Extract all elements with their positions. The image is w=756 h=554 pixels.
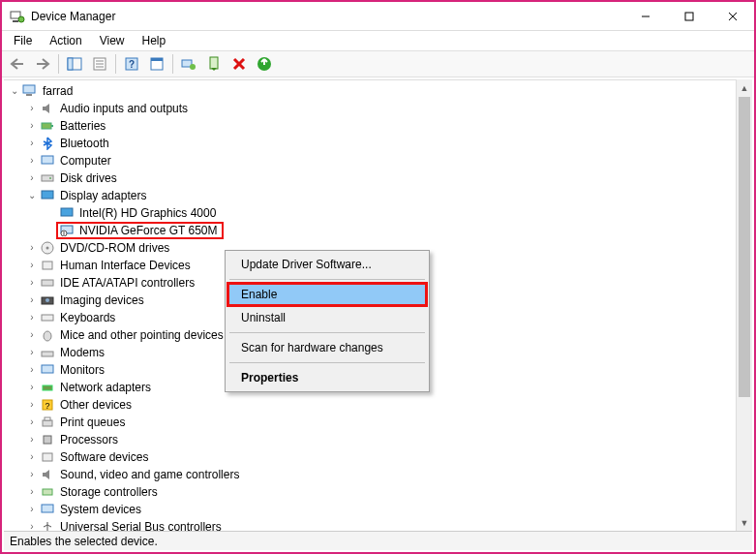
svg-point-2: [18, 16, 24, 22]
svg-rect-42: [42, 352, 53, 356]
properties-button[interactable]: [88, 52, 111, 76]
menu-file[interactable]: File: [6, 32, 40, 49]
menubar: File Action View Help: [2, 31, 754, 50]
svg-point-18: [190, 64, 196, 70]
svg-text:?: ?: [45, 401, 49, 411]
maximize-button[interactable]: [667, 2, 711, 30]
tree-item-software[interactable]: › Software devices: [4, 448, 752, 466]
scroll-up-button[interactable]: ▲: [737, 79, 752, 96]
collapse-icon[interactable]: ⌄: [25, 187, 39, 204]
tree-item-usb[interactable]: › Universal Serial Bus controllers: [4, 518, 752, 531]
menu-view[interactable]: View: [92, 32, 133, 49]
tree-item-processors[interactable]: › Processors: [4, 431, 752, 448]
svg-rect-23: [23, 85, 35, 93]
show-hide-tree-button[interactable]: [63, 52, 86, 76]
expand-icon[interactable]: ›: [25, 431, 39, 448]
titlebar: Device Manager: [2, 2, 754, 31]
svg-rect-36: [43, 262, 52, 269]
root-label: farrad: [41, 82, 75, 100]
forward-button[interactable]: [31, 52, 54, 76]
svg-rect-37: [42, 280, 53, 286]
expand-icon[interactable]: ›: [25, 309, 39, 326]
expand-icon[interactable]: ›: [25, 448, 39, 466]
vertical-scrollbar[interactable]: ▲ ▼: [736, 79, 752, 531]
expand-icon[interactable]: ›: [25, 501, 39, 518]
tree-item-computer[interactable]: › Computer: [4, 152, 752, 169]
tree-root[interactable]: ⌄ farrad: [4, 82, 752, 100]
uninstall-button[interactable]: [227, 52, 251, 76]
usb-icon: [39, 519, 56, 531]
update-driver-button[interactable]: [177, 52, 200, 76]
enable-device-button[interactable]: [202, 52, 226, 76]
tree-item-intel-hd[interactable]: › Intel(R) HD Graphics 4000: [4, 204, 752, 222]
expand-icon[interactable]: ›: [25, 239, 39, 257]
app-icon: [10, 9, 25, 24]
action-button[interactable]: [145, 52, 168, 76]
svg-rect-52: [42, 505, 53, 512]
expand-icon[interactable]: ›: [25, 292, 39, 309]
svg-point-39: [45, 298, 49, 302]
tree-item-bluetooth[interactable]: › Bluetooth: [4, 135, 752, 152]
window-title: Device Manager: [31, 10, 623, 23]
expand-icon[interactable]: ›: [25, 135, 39, 152]
display-adapter-icon: [39, 188, 56, 203]
svg-rect-27: [42, 156, 53, 164]
expand-icon[interactable]: ›: [25, 326, 39, 344]
tree-item-disk-drives[interactable]: › Disk drives: [4, 169, 752, 187]
svg-rect-1: [13, 20, 18, 22]
network-icon: [39, 380, 56, 395]
battery-icon: [39, 118, 56, 134]
expand-icon[interactable]: ›: [25, 466, 39, 483]
expand-icon[interactable]: ›: [25, 117, 39, 135]
sound-icon: [39, 467, 56, 482]
disk-icon: [39, 170, 56, 186]
computer-icon: [21, 83, 39, 99]
hid-icon: [39, 258, 56, 273]
expand-icon[interactable]: ›: [25, 100, 39, 117]
tree-item-batteries[interactable]: › Batteries: [4, 117, 752, 135]
expand-icon[interactable]: ›: [25, 379, 39, 396]
ctx-uninstall[interactable]: Uninstall: [227, 306, 427, 329]
minimize-button[interactable]: [623, 2, 667, 30]
mouse-icon: [39, 327, 56, 343]
expand-icon[interactable]: ›: [25, 361, 39, 379]
statusbar-text: Enables the selected device.: [10, 535, 158, 548]
expand-icon[interactable]: ›: [25, 483, 39, 501]
scroll-down-button[interactable]: ▼: [737, 514, 752, 531]
tree-item-system[interactable]: › System devices: [4, 501, 752, 518]
tree-item-other[interactable]: › ? Other devices: [4, 396, 752, 414]
ctx-enable[interactable]: Enable: [227, 283, 427, 306]
expand-icon[interactable]: ›: [25, 169, 39, 187]
collapse-icon[interactable]: ⌄: [8, 82, 21, 100]
expand-icon[interactable]: ›: [25, 152, 39, 169]
scroll-thumb[interactable]: [739, 97, 750, 397]
tree-item-storage[interactable]: › Storage controllers: [4, 483, 752, 501]
tree-item-audio[interactable]: › Audio inputs and outputs: [4, 100, 752, 117]
expand-icon[interactable]: ›: [25, 344, 39, 361]
tree-item-nvidia[interactable]: › NVIDIA GeForce GT 650M: [4, 222, 752, 239]
menu-help[interactable]: Help: [135, 32, 174, 49]
back-button[interactable]: [6, 52, 29, 76]
tree-item-display-adapters[interactable]: ⌄ Display adapters: [4, 187, 752, 204]
close-button[interactable]: [711, 2, 754, 30]
toolbar: ?: [2, 50, 754, 77]
ctx-properties[interactable]: Properties: [227, 366, 427, 389]
tree-item-sound[interactable]: › Sound, video and game controllers: [4, 466, 752, 483]
ctx-update-driver[interactable]: Update Driver Software...: [227, 253, 427, 276]
tree-item-print-queues[interactable]: › Print queues: [4, 414, 752, 431]
expand-icon[interactable]: ›: [25, 257, 39, 274]
svg-point-35: [46, 247, 49, 250]
ctx-scan[interactable]: Scan for hardware changes: [227, 336, 427, 359]
scan-hardware-button[interactable]: [253, 52, 276, 76]
expand-icon[interactable]: ›: [25, 396, 39, 414]
menu-action[interactable]: Action: [42, 32, 89, 49]
expand-icon[interactable]: ›: [25, 414, 39, 431]
expand-icon[interactable]: ›: [25, 274, 39, 292]
help-button[interactable]: ?: [120, 52, 143, 76]
monitor-icon: [39, 362, 56, 378]
expand-icon[interactable]: ›: [25, 518, 39, 531]
statusbar: Enables the selected device.: [4, 531, 752, 550]
svg-rect-40: [42, 315, 53, 321]
svg-rect-8: [68, 58, 73, 70]
svg-rect-31: [61, 208, 73, 216]
